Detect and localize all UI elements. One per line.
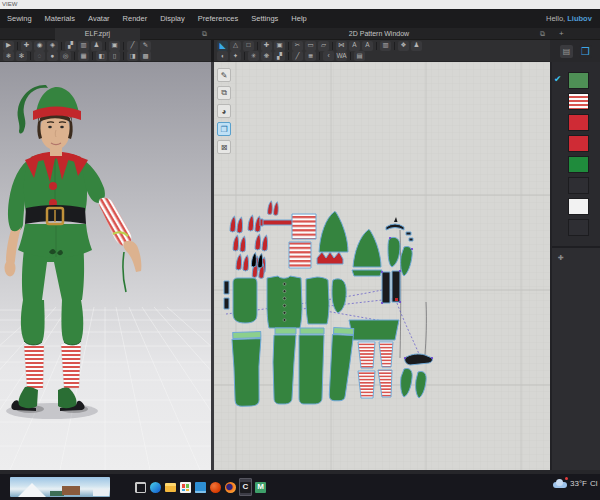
segment-sewing-tool[interactable]: ✦ xyxy=(230,51,241,61)
select-point-tool[interactable]: ◌ xyxy=(34,51,45,61)
fabric-dark[interactable] xyxy=(568,177,589,194)
menu-display[interactable]: Display xyxy=(160,14,185,23)
left-stocking xyxy=(24,345,44,389)
pin-tool[interactable]: ◈ xyxy=(47,41,58,51)
menu-preferences[interactable]: Preferences xyxy=(198,14,238,23)
menu-settings[interactable]: Settings xyxy=(251,14,278,23)
edit-pattern-tool[interactable]: △ xyxy=(230,41,241,51)
measure-2d-tool[interactable]: WA xyxy=(336,51,347,61)
fabric-white[interactable] xyxy=(568,198,589,215)
transform-pattern-tool[interactable]: ◣ xyxy=(217,41,228,51)
clo3d-app[interactable]: C xyxy=(239,478,252,496)
sphere-view-tool[interactable]: ◕ xyxy=(217,104,231,118)
simulate-tool[interactable]: ▶ xyxy=(3,41,14,51)
add-panel-icon[interactable]: + xyxy=(559,28,564,40)
annotation-tool[interactable]: ▤ xyxy=(354,51,365,61)
pin-piece xyxy=(224,281,229,294)
expand-3d-pane-icon[interactable]: ⧉ xyxy=(202,28,207,40)
seam-allowance-tool[interactable]: ≣ xyxy=(305,51,316,61)
pattern-outline-tool[interactable]: ⧉ xyxy=(217,86,231,100)
user-name-link[interactable]: Liubov xyxy=(567,14,592,23)
select-mesh-tool[interactable]: ◉ xyxy=(34,41,45,51)
fabric-red-2[interactable] xyxy=(568,135,589,152)
toolbar-separator xyxy=(92,52,93,60)
notch-tool[interactable]: ╱ xyxy=(292,51,303,61)
edge-app[interactable] xyxy=(149,478,162,496)
deactivate-tool[interactable]: ✻ xyxy=(16,51,27,61)
flip-sewing-tool[interactable]: ▞ xyxy=(274,51,285,61)
garment-texture-tool[interactable]: ▦ xyxy=(78,51,89,61)
menu-render[interactable]: Render xyxy=(123,14,148,23)
trace-tool[interactable]: ♟ xyxy=(411,41,422,51)
2d-pattern-canvas[interactable]: ✎⧉◕❐⊠ xyxy=(214,62,550,470)
sewing-3d-tool[interactable]: ╱ xyxy=(127,41,138,51)
measure-tool[interactable]: ✎ xyxy=(140,41,151,51)
select-move-tool[interactable]: ✚ xyxy=(21,41,32,51)
project-tab[interactable]: ELF.zprj xyxy=(55,28,140,40)
add-point-tool[interactable]: ✚ xyxy=(261,41,272,51)
fabric-red[interactable] xyxy=(568,114,589,131)
mail-app[interactable] xyxy=(194,478,207,496)
circle-tool[interactable]: ▱ xyxy=(318,41,329,51)
elf-belt xyxy=(25,205,86,224)
toolbar-separator xyxy=(17,42,18,50)
object-browser-tab[interactable]: ▤ xyxy=(560,45,573,58)
panel-display-tool[interactable]: ▯ xyxy=(109,51,120,61)
fabric-green-dark[interactable] xyxy=(568,72,589,89)
belt-piece xyxy=(382,272,390,303)
stitch-display-tool[interactable]: ◨ xyxy=(127,51,138,61)
toolbar-separator xyxy=(288,52,289,60)
pleats-tool[interactable]: ▥ xyxy=(380,41,391,51)
windows-taskbar: CM 33°F Cl xyxy=(0,474,600,500)
avatar-display-tool[interactable]: ♟ xyxy=(91,41,102,51)
desktop-preview-thumbnail[interactable] xyxy=(10,477,110,497)
crown-zigzag-piece xyxy=(317,252,343,264)
garment-fit-tool[interactable]: ▥ xyxy=(78,41,89,51)
menu-materials[interactable]: Materials xyxy=(45,14,75,23)
menu-avatar[interactable]: Avatar xyxy=(88,14,110,23)
fabric-view-tool[interactable]: ❐ xyxy=(217,122,231,136)
text-tool[interactable]: A xyxy=(349,41,360,51)
detach-sewing-tool[interactable]: ❋ xyxy=(261,51,272,61)
arrangement-tool[interactable]: ▞ xyxy=(65,41,76,51)
expand-2d-pane-icon[interactable]: ⧉ xyxy=(540,28,545,40)
texture-display-tool[interactable]: ▩ xyxy=(140,51,151,61)
seam-tool[interactable]: ◖ xyxy=(217,51,228,61)
gizmo-tool[interactable]: ▣ xyxy=(109,41,120,51)
fabric-green-bright[interactable] xyxy=(568,156,589,173)
file-explorer-app[interactable] xyxy=(164,478,177,496)
sphere-select-tool[interactable]: ◎ xyxy=(60,51,71,61)
add-property-icon[interactable]: ✚ xyxy=(558,254,564,262)
rectangle-tool[interactable]: ▭ xyxy=(305,41,316,51)
office-app[interactable] xyxy=(209,478,222,496)
menu-help[interactable]: Help xyxy=(291,14,306,23)
weather-widget[interactable]: 33°F Cl xyxy=(553,479,598,488)
image-tool[interactable]: ▣ xyxy=(274,41,285,51)
polygon-tool[interactable]: ✂ xyxy=(292,41,303,51)
marvelous-designer-app-label: M xyxy=(255,482,266,493)
needle-tool[interactable]: ✎ xyxy=(217,68,231,82)
dart-tool[interactable]: ⋈ xyxy=(336,41,347,51)
microsoft-store-app[interactable] xyxy=(179,478,192,496)
lock-tool[interactable]: ⊠ xyxy=(217,140,231,154)
toolbar-separator xyxy=(394,42,395,50)
pattern-window-title: 2D Pattern Window xyxy=(214,28,544,40)
free-sewing-tool[interactable]: ✳ xyxy=(248,51,259,61)
fabric-dark-2[interactable] xyxy=(568,219,589,236)
grading-tool[interactable]: ‹ xyxy=(323,51,334,61)
fabric-stripe-red-white[interactable] xyxy=(568,93,589,110)
swatch-row xyxy=(552,177,600,194)
firefox-app[interactable] xyxy=(224,478,237,496)
task-view-button[interactable] xyxy=(134,478,147,496)
marvelous-designer-app[interactable]: M xyxy=(254,478,267,496)
fabric-tab[interactable]: ❒ xyxy=(579,45,592,58)
fold-arrangement-tool[interactable]: ◧ xyxy=(96,51,107,61)
menu-sewing[interactable]: Sewing xyxy=(7,14,32,23)
brush-tool[interactable]: ● xyxy=(47,51,58,61)
cut-sew-tool[interactable]: ❖ xyxy=(398,41,409,51)
toolbar-separator xyxy=(30,52,31,60)
3d-viewport[interactable] xyxy=(0,62,211,470)
text-style-tool[interactable]: A xyxy=(362,41,373,51)
edit-point-tool[interactable]: □ xyxy=(243,41,254,51)
pin-freeze-tool[interactable]: ❄ xyxy=(3,51,14,61)
